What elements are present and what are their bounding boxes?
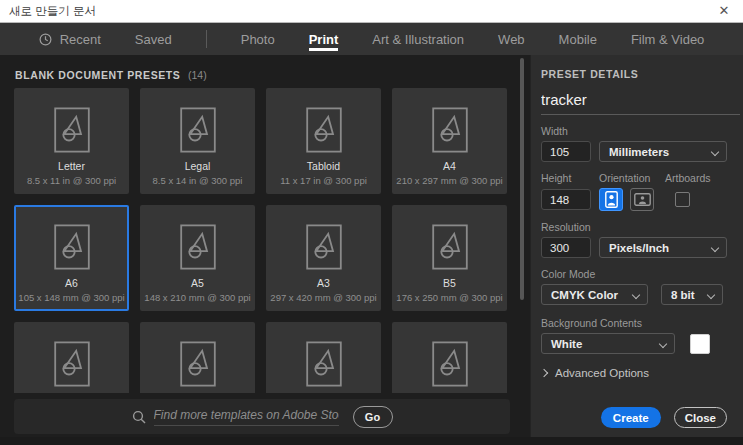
document-icon: [54, 107, 90, 153]
preset-card-legal[interactable]: Legal 8.5 x 14 in @ 300 ppi: [140, 88, 255, 194]
document-icon: [306, 224, 342, 270]
preset-card-a5[interactable]: A5 148 x 210 mm @ 300 ppi: [140, 205, 255, 311]
advanced-options-toggle[interactable]: Advanced Options: [541, 367, 727, 379]
presets-count: (14): [188, 69, 207, 81]
clock-icon: [39, 33, 52, 46]
scrollbar-thumb[interactable]: [520, 58, 524, 300]
resolution-label: Resolution: [541, 221, 727, 233]
adobe-stock-searchbar: Go: [14, 399, 510, 434]
tab-photo[interactable]: Photo: [241, 23, 275, 55]
window-close-icon[interactable]: ✕: [714, 1, 734, 21]
document-icon: [432, 224, 468, 270]
preset-card-tabloid[interactable]: Tabloid 11 x 17 in @ 300 ppi: [266, 88, 381, 194]
tab-label: Art & Illustration: [372, 32, 464, 47]
preset-dims: 210 x 297 mm @ 300 ppi: [396, 175, 502, 186]
preset-card-letter[interactable]: Letter 8.5 x 11 in @ 300 ppi: [14, 88, 129, 194]
document-icon: [432, 341, 468, 387]
portrait-icon: [605, 191, 618, 208]
preset-name: Legal: [185, 160, 211, 172]
preset-name: A6: [65, 277, 78, 289]
resolution-units-dropdown[interactable]: Pixels/Inch: [599, 237, 727, 258]
orientation-label: Orientation: [599, 172, 665, 184]
preset-name: Letter: [58, 160, 85, 172]
preset-dims: 297 x 420 mm @ 300 ppi: [270, 292, 376, 303]
advanced-options-label: Advanced Options: [555, 367, 649, 379]
document-icon: [180, 107, 216, 153]
preset-dims: 8.5 x 11 in @ 300 ppi: [27, 175, 116, 186]
preset-card-partial[interactable]: [14, 322, 129, 393]
orientation-portrait-button[interactable]: [599, 188, 623, 211]
tab-label: Mobile: [559, 32, 597, 47]
tab-divider: [206, 30, 207, 48]
tab-web[interactable]: Web: [498, 23, 525, 55]
tab-saved[interactable]: Saved: [135, 23, 172, 55]
tab-print[interactable]: Print: [309, 23, 339, 55]
units-value: Millimeters: [609, 146, 669, 158]
category-tabbar: Recent Saved Photo Print Art & Illustrat…: [0, 23, 743, 55]
go-button[interactable]: Go: [353, 406, 393, 428]
preset-card-partial[interactable]: [140, 322, 255, 393]
preset-dims: 11 x 17 in @ 300 ppi: [280, 175, 367, 186]
color-mode-dropdown[interactable]: CMYK Color: [541, 284, 648, 305]
preset-details-panel: PRESET DETAILS Width Millimeters Height: [530, 55, 743, 437]
preset-name: A4: [443, 160, 456, 172]
preset-details-title: PRESET DETAILS: [541, 68, 727, 80]
window-titlebar: 새로 만들기 문서 ✕: [0, 0, 743, 23]
document-icon: [306, 107, 342, 153]
orientation-landscape-button[interactable]: [630, 188, 654, 211]
document-icon: [180, 341, 216, 387]
preset-name: A3: [317, 277, 330, 289]
height-label: Height: [541, 172, 599, 184]
preset-card-partial[interactable]: [392, 322, 507, 393]
preset-dims: 148 x 210 mm @ 300 ppi: [144, 292, 250, 303]
preset-name: A5: [191, 277, 204, 289]
document-name-input[interactable]: [541, 91, 740, 115]
tab-label: Film & Video: [631, 32, 704, 47]
tab-film-video[interactable]: Film & Video: [631, 23, 704, 55]
preset-dims: 105 x 148 mm @ 300 ppi: [18, 292, 124, 303]
preset-dims: 8.5 x 14 in @ 300 ppi: [153, 175, 243, 186]
tab-mobile[interactable]: Mobile: [559, 23, 597, 55]
background-contents-dropdown[interactable]: White: [541, 333, 675, 354]
search-input[interactable]: [154, 408, 339, 426]
background-color-swatch[interactable]: [690, 334, 710, 354]
document-icon: [180, 224, 216, 270]
chevron-down-icon: [632, 291, 640, 299]
units-dropdown[interactable]: Millimeters: [599, 141, 727, 162]
create-button[interactable]: Create: [601, 407, 661, 428]
document-icon: [54, 341, 90, 387]
document-icon: [432, 107, 468, 153]
preset-card-a3[interactable]: A3 297 x 420 mm @ 300 ppi: [266, 205, 381, 311]
background-contents-label: Background Contents: [541, 317, 727, 329]
width-input[interactable]: [541, 141, 591, 162]
presets-panel: BLANK DOCUMENT PRESETS (14) Letter 8.5 x…: [0, 55, 530, 437]
document-icon: [306, 341, 342, 387]
preset-card-b5[interactable]: B5 176 x 250 mm @ 300 ppi: [392, 205, 507, 311]
chevron-down-icon: [659, 340, 667, 348]
preset-name: Tabloid: [307, 160, 340, 172]
chevron-down-icon: [711, 244, 719, 252]
color-mode-value: CMYK Color: [551, 289, 618, 301]
chevron-down-icon: [711, 148, 719, 156]
presets-grid: Letter 8.5 x 11 in @ 300 ppi Legal 8.5 x…: [0, 88, 516, 393]
bit-depth-dropdown[interactable]: 8 bit: [661, 284, 723, 305]
tab-recent[interactable]: Recent: [39, 23, 101, 55]
tab-art-illustration[interactable]: Art & Illustration: [372, 23, 464, 55]
presets-viewport: Letter 8.5 x 11 in @ 300 ppi Legal 8.5 x…: [0, 88, 516, 393]
artboards-checkbox[interactable]: [675, 192, 690, 207]
dialog-bottom-edge: [0, 437, 743, 445]
preset-card-a6-selected[interactable]: A6 105 x 148 mm @ 300 ppi: [14, 205, 129, 311]
search-icon: [132, 410, 146, 424]
preset-card-a4[interactable]: A4 210 x 297 mm @ 300 ppi: [392, 88, 507, 194]
tab-label: Web: [498, 32, 525, 47]
landscape-icon: [634, 193, 651, 206]
resolution-units-value: Pixels/Inch: [609, 242, 669, 254]
presets-header: BLANK DOCUMENT PRESETS (14): [0, 55, 530, 81]
close-button[interactable]: Close: [674, 407, 727, 428]
preset-card-partial[interactable]: [266, 322, 381, 393]
chevron-down-icon: [707, 291, 715, 299]
window-title: 새로 만들기 문서: [9, 4, 96, 19]
bit-depth-value: 8 bit: [671, 289, 695, 301]
resolution-input[interactable]: [541, 237, 591, 258]
height-input[interactable]: [541, 189, 591, 210]
